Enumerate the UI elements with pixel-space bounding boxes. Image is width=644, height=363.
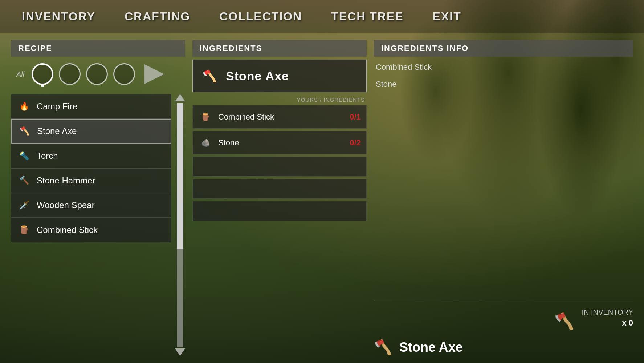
filter-all[interactable]: [32, 63, 53, 85]
play-button[interactable]: [144, 64, 164, 84]
preview-icon: 🪓: [374, 339, 392, 356]
info-panel-header: INGREDIENTS INFO: [374, 40, 633, 57]
scroll-area: 🔥 Camp Fire 🪓 Stone Axe 🔦 Torch 🔨 Stone …: [11, 94, 185, 356]
recipe-name-combined-stick: Combined Stick: [37, 225, 98, 235]
top-nav: INVENTORY CRAFTING COLLECTION TECH TREE …: [0, 0, 644, 33]
yours-header: YOURS / INGREDIENTS: [192, 97, 367, 103]
ingredients-panel: INGREDIENTS 🪓 Stone Axe YOURS / INGREDIE…: [192, 40, 367, 356]
wooden-spear-icon: 🗡️: [17, 198, 31, 213]
ingredients-panel-header: INGREDIENTS: [192, 40, 367, 57]
preview-item-name: Stone Axe: [399, 340, 463, 355]
ingredient-row-stone: 🪨 Stone 0/2: [192, 131, 367, 154]
selected-item-icon: 🪓: [200, 67, 219, 85]
stone-axe-icon: 🪓: [17, 124, 32, 138]
scroll-down-arrow[interactable]: [175, 348, 185, 356]
main-content: RECIPE All 🔥 Camp Fire 🪓 Stone Axe 🔦: [0, 33, 644, 363]
nav-crafting[interactable]: CRAFTING: [125, 10, 190, 23]
ingredient-stone-count: 0/2: [350, 138, 361, 148]
item-preview-icon-right: 🪓: [554, 312, 574, 331]
recipe-item-wooden-spear[interactable]: 🗡️ Wooden Spear: [11, 193, 171, 218]
recipe-item-torch[interactable]: 🔦 Torch: [11, 144, 171, 168]
filter-cat2[interactable]: [59, 63, 81, 85]
recipe-panel: RECIPE All 🔥 Camp Fire 🪓 Stone Axe 🔦: [11, 40, 185, 356]
scroll-thumb: [177, 103, 183, 249]
scroll-track[interactable]: [177, 103, 183, 347]
ingredient-combined-stick-count: 0/1: [350, 112, 361, 122]
recipe-item-combined-stick[interactable]: 🪵 Combined Stick: [11, 218, 171, 242]
recipe-item-camp-fire[interactable]: 🔥 Camp Fire: [11, 94, 171, 119]
filter-label-all: All: [16, 70, 24, 78]
scroll-up-arrow[interactable]: [175, 94, 185, 101]
info-items: Combined Stick Stone: [374, 60, 633, 92]
recipe-panel-header: RECIPE: [11, 40, 185, 57]
ingredient-row-empty-2: [192, 179, 367, 199]
filter-row: All: [11, 60, 185, 89]
item-preview: 🪓 Stone Axe: [374, 339, 633, 356]
stone-hammer-icon: 🔨: [17, 173, 31, 188]
in-inventory-count: x 0: [582, 318, 633, 328]
recipe-item-stone-hammer[interactable]: 🔨 Stone Hammer: [11, 168, 171, 193]
ingredient-row-combined-stick: 🪵 Combined Stick 0/1: [192, 105, 367, 129]
nav-collection[interactable]: COLLECTION: [219, 10, 302, 23]
in-inventory-label: IN INVENTORY: [582, 308, 633, 316]
combined-stick-icon: 🪵: [17, 223, 31, 237]
info-panel: INGREDIENTS INFO Combined Stick Stone 🪓 …: [374, 40, 633, 356]
recipe-list: 🔥 Camp Fire 🪓 Stone Axe 🔦 Torch 🔨 Stone …: [11, 94, 171, 356]
recipe-name-camp-fire: Camp Fire: [37, 101, 77, 112]
selected-item-box: 🪓 Stone Axe: [192, 60, 367, 92]
info-item-stone: Stone: [374, 77, 633, 92]
recipe-item-stone-axe[interactable]: 🪓 Stone Axe: [11, 119, 171, 144]
scrollbar: [175, 94, 185, 356]
recipe-name-torch: Torch: [37, 151, 58, 161]
recipe-name-stone-axe: Stone Axe: [37, 126, 77, 136]
ingredient-combined-stick-icon: 🪵: [198, 110, 213, 124]
nav-inventory[interactable]: INVENTORY: [22, 10, 95, 23]
filter-cat3[interactable]: [86, 63, 108, 85]
nav-exit[interactable]: EXIT: [433, 10, 461, 23]
recipe-name-stone-hammer: Stone Hammer: [37, 176, 95, 186]
info-item-combined-stick: Combined Stick: [374, 60, 633, 75]
selected-item-name: Stone Axe: [226, 69, 289, 83]
ingredient-combined-stick-name: Combined Stick: [218, 112, 344, 122]
nav-tech-tree[interactable]: TECH TREE: [331, 10, 403, 23]
ingredient-row-empty-3: [192, 201, 367, 221]
filter-cat4[interactable]: [113, 63, 135, 85]
torch-icon: 🔦: [17, 149, 31, 163]
ingredient-stone-icon: 🪨: [198, 136, 213, 150]
recipe-name-wooden-spear: Wooden Spear: [37, 200, 95, 210]
ingredient-row-empty-1: [192, 157, 367, 177]
inventory-section: 🪓 IN INVENTORY x 0 🪓 Stone Axe: [374, 301, 633, 356]
camp-fire-icon: 🔥: [17, 99, 31, 114]
ingredient-stone-name: Stone: [218, 138, 344, 148]
